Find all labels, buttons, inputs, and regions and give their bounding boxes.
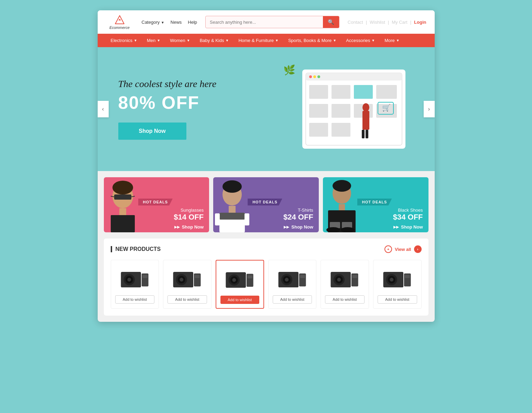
more-arrow: ▼ (396, 39, 400, 42)
svg-point-5 (313, 75, 316, 78)
svg-point-6 (317, 75, 320, 78)
new-products-title: NEW PRODUCTS (111, 246, 161, 252)
tshirts-person (213, 179, 251, 232)
search-button[interactable]: 🔍 (323, 16, 339, 28)
svg-rect-62 (248, 275, 252, 278)
hero-prev-button[interactable]: ‹ (98, 101, 109, 117)
add-wishlist-2[interactable]: Add to wishlist (167, 295, 207, 304)
product-image-5 (327, 264, 362, 292)
login-link[interactable]: Login (414, 20, 426, 25)
deal-shop-now-tshirts[interactable]: Shop Now (248, 222, 313, 232)
deal-info-shoes: HOT DEALS Black Shoes $34 OFF Shop Now (357, 194, 428, 232)
view-all-button[interactable]: + View all › (384, 245, 421, 253)
camera-svg-1 (119, 266, 150, 290)
new-products-header: NEW PRODUCTS + View all › (111, 245, 422, 253)
deals-section: HOT DEALS Sunglasses $14 OFF Shop Now (98, 171, 435, 239)
svg-rect-25 (114, 194, 131, 200)
deal-product-shoes: Black Shoes (357, 208, 423, 213)
deal-badge-tshirts: HOT DEALS (248, 199, 282, 205)
svg-rect-68 (300, 275, 305, 278)
hero-banner: ‹ The coolest style are here 80% OFF Sho… (98, 47, 435, 171)
baby-kids-arrow: ▼ (225, 39, 229, 42)
electronics-arrow: ▼ (134, 39, 137, 42)
view-all-circle: + (384, 245, 392, 253)
svg-point-1 (119, 19, 120, 21)
svg-rect-16 (332, 123, 350, 137)
sports-books-arrow: ▼ (333, 39, 336, 42)
camera-svg-3 (224, 266, 255, 290)
svg-rect-39 (339, 204, 345, 210)
svg-rect-35 (215, 213, 220, 225)
svg-point-38 (333, 180, 351, 192)
svg-point-60 (232, 278, 236, 282)
mycart-link[interactable]: My Cart (392, 20, 408, 25)
product-image-1 (118, 264, 152, 292)
nav-women[interactable]: Women ▼ (165, 34, 195, 47)
deal-badge-sunglasses: HOT DEALS (138, 199, 173, 205)
svg-rect-56 (195, 275, 200, 278)
deal-price-tshirts: $24 OFF (248, 213, 313, 222)
sunglasses-person (104, 179, 142, 232)
nav-help[interactable]: Help (188, 20, 197, 25)
svg-rect-11 (309, 104, 328, 118)
svg-rect-36 (245, 213, 249, 225)
view-all-label: View all (395, 247, 411, 252)
shoes-person (323, 179, 361, 232)
accessories-arrow: ▼ (371, 39, 375, 42)
add-wishlist-6[interactable]: Add to wishlist (378, 295, 417, 304)
nav-electronics[interactable]: Electronics ▼ (106, 34, 142, 47)
contact-link[interactable]: Contact (348, 20, 363, 25)
wishlist-link[interactable]: Wishlist (370, 20, 385, 25)
page-wrapper: Ecommerce Category ▼ News Help 🔍 Contact… (98, 10, 435, 322)
hero-next-button[interactable]: › (424, 101, 435, 117)
deal-shop-now-sunglasses[interactable]: Shop Now (138, 222, 204, 232)
product-card-1: Add to wishlist (111, 260, 159, 309)
add-wishlist-3[interactable]: Add to wishlist (220, 296, 259, 304)
svg-rect-12 (332, 104, 350, 118)
deal-product-tshirts: T-Shirts (248, 208, 313, 213)
svg-text:🛒: 🛒 (382, 104, 391, 112)
new-products-section: NEW PRODUCTS + View all › (104, 239, 428, 316)
product-card-3: Add to wishlist (216, 260, 264, 309)
deal-info-tshirts: HOT DEALS T-Shirts $24 OFF Shop Now (248, 194, 319, 232)
svg-point-54 (180, 278, 184, 282)
deal-card-tshirts: HOT DEALS T-Shirts $24 OFF Shop Now (213, 177, 319, 232)
add-wishlist-4[interactable]: Add to wishlist (273, 295, 312, 304)
camera-svg-2 (172, 266, 203, 290)
camera-svg-5 (329, 266, 360, 290)
svg-point-66 (285, 278, 289, 282)
svg-rect-19 (362, 130, 365, 138)
svg-rect-18 (362, 111, 369, 130)
deal-price-sunglasses: $14 OFF (138, 213, 204, 222)
search-input[interactable] (206, 17, 323, 28)
header-nav: Category ▼ News Help (142, 20, 197, 25)
hero-discount: 80% OFF (118, 92, 294, 113)
nav-men[interactable]: Men ▼ (142, 34, 165, 47)
nav-news[interactable]: News (171, 20, 182, 25)
nav-home-furniture[interactable]: Home & Furniture ▼ (234, 34, 283, 47)
nav-category[interactable]: Category ▼ (142, 20, 164, 25)
hero-shop-now-button[interactable]: Shop Now (118, 123, 186, 140)
nav-more[interactable]: More ▼ (380, 34, 404, 47)
svg-point-48 (127, 278, 131, 282)
nav-sports-books[interactable]: Sports, Books & More ▼ (283, 34, 341, 47)
add-wishlist-1[interactable]: Add to wishlist (115, 295, 155, 304)
add-wishlist-5[interactable]: Add to wishlist (325, 295, 365, 304)
deal-card-sunglasses: HOT DEALS Sunglasses $14 OFF Shop Now (104, 177, 209, 232)
nav-baby-kids[interactable]: Baby & Kids ▼ (195, 34, 234, 47)
view-all-arrow: › (414, 245, 422, 253)
svg-rect-8 (332, 85, 350, 99)
nav-accessories[interactable]: Accessories ▼ (341, 34, 380, 47)
hero-subtitle: The coolest style are here (118, 78, 294, 89)
shop-illustration: 🛒 (302, 70, 405, 149)
deal-shop-now-shoes[interactable]: Shop Now (357, 222, 423, 232)
product-card-6: Add to wishlist (373, 260, 422, 309)
product-card-5: Add to wishlist (321, 260, 369, 309)
logo[interactable]: Ecommerce (106, 14, 133, 30)
svg-point-72 (337, 278, 341, 282)
separator3: | (410, 20, 411, 25)
women-arrow: ▼ (187, 39, 190, 42)
separator1: | (366, 20, 367, 25)
deal-info-sunglasses: HOT DEALS Sunglasses $14 OFF Shop Now (138, 194, 209, 232)
svg-rect-15 (309, 123, 328, 137)
